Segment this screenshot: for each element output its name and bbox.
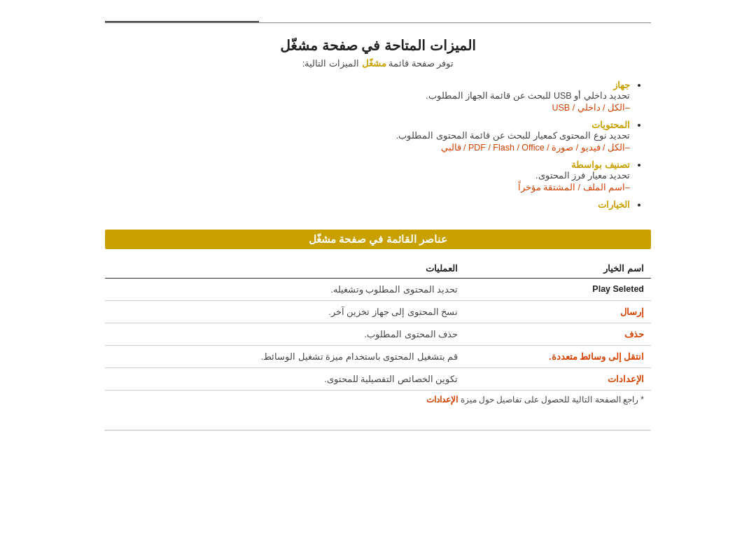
bullet-sub-1: –الكل / داخلي / USB	[105, 102, 630, 113]
table-note: * راجع الصفحة التالية للحصول على تفاصيل …	[105, 391, 651, 409]
bullet-desc-1: تحديد داخلي أو USB للبحث عن قائمة الجهاز…	[105, 90, 630, 101]
bullet-desc-3: تحديد معيار فرز المحتوى.	[105, 170, 630, 181]
list-item: تصنيف بواسطة تحديد معيار فرز المحتوى. –ا…	[105, 160, 630, 192]
option-name-5: الإعدادات	[465, 368, 651, 391]
bullet-sub-3: –اسم الملف / المشتقة مؤخراً	[105, 182, 630, 192]
intro-highlight: مشغّل	[362, 58, 386, 69]
bullet-title-2: المحتويات	[105, 120, 630, 130]
table-row: حذف حذف المحتوى المطلوب.	[105, 323, 651, 346]
list-item: المحتويات تحديد نوع المحتوى كمعيار للبحث…	[105, 120, 630, 153]
table-row: Play Seleted تحديد المحتوى المطلوب وتشغي…	[105, 279, 651, 301]
features-table: اسم الخيار العمليات Play Seleted تحديد ا…	[105, 258, 651, 409]
list-item: جهاز تحديد داخلي أو USB للبحث عن قائمة ا…	[105, 80, 630, 113]
table-row: انتقل إلى وسائط متعددة. قم بتشغيل المحتو…	[105, 346, 651, 368]
bullet-title-1: جهاز	[105, 80, 630, 90]
bullet-desc-2: تحديد نوع المحتوى كمعيار للبحث عن قائمة …	[105, 130, 630, 141]
bullet-title-4: الخيارات	[105, 199, 630, 210]
option-name-2: إرسال	[465, 301, 651, 323]
table-row: إرسال نسخ المحتوى إلى جهاز تخزين آخر.	[105, 301, 651, 323]
operation-3: حذف المحتوى المطلوب.	[105, 323, 465, 346]
section-header-box: عناصر القائمة في صفحة مشغّل	[105, 230, 651, 249]
option-name-4: انتقل إلى وسائط متعددة.	[465, 346, 651, 368]
bullet-sub-2: –الكل / فيديو / صورة / PDF / Flash / Off…	[105, 142, 630, 153]
operation-1: تحديد المحتوى المطلوب وتشغيله.	[105, 279, 465, 301]
operation-2: نسخ المحتوى إلى جهاز تخزين آخر.	[105, 301, 465, 323]
bullet-title-3: تصنيف بواسطة	[105, 160, 630, 170]
page-title: الميزات المتاحة في صفحة مشغّل	[105, 37, 651, 54]
table-row: الإعدادات تكوين الخصائص التفصيلية للمحتو…	[105, 368, 651, 391]
option-name-3: حذف	[465, 323, 651, 346]
col2-header: العمليات	[105, 258, 465, 279]
operation-4: قم بتشغيل المحتوى باستخدام ميزة تشغيل ال…	[105, 346, 465, 368]
note-highlight: الإعدادات	[426, 395, 458, 405]
option-name-1: Play Seleted	[465, 279, 651, 301]
table-note-row: * راجع الصفحة التالية للحصول على تفاصيل …	[105, 391, 651, 409]
list-item: الخيارات	[105, 199, 630, 210]
features-list: جهاز تحديد داخلي أو USB للبحث عن قائمة ا…	[105, 80, 651, 210]
col1-header: اسم الخيار	[465, 258, 651, 279]
intro-text: توفر صفحة قائمة مشغّل الميزات التالية:	[105, 58, 651, 69]
operation-5: تكوين الخصائص التفصيلية للمحتوى.	[105, 368, 465, 391]
